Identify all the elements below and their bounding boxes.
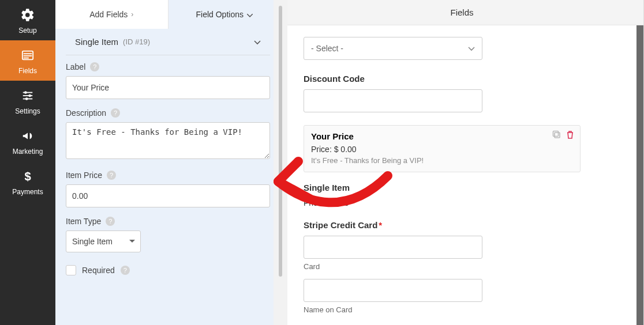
field-description: Description ? It's Free - Thanks for Bei… <box>55 101 280 164</box>
gear-icon <box>20 7 36 23</box>
label-text: Description <box>66 108 106 118</box>
preview-column: Fields - Select - Discount Code <box>280 0 643 325</box>
discount-input[interactable] <box>304 89 482 112</box>
trash-icon[interactable] <box>566 130 574 142</box>
tab-field-options[interactable]: Field Options <box>169 0 281 29</box>
chevron-down-icon <box>254 37 261 47</box>
preview-header: Fields <box>280 0 643 25</box>
duplicate-icon[interactable] <box>552 130 561 142</box>
svg-rect-12 <box>553 131 559 137</box>
scrollbar-thumb[interactable] <box>279 6 282 277</box>
sliders-icon <box>20 88 36 104</box>
required-asterisk: * <box>379 220 382 230</box>
sidebar-item-label: Settings <box>15 107 40 115</box>
label-input[interactable] <box>66 76 270 99</box>
label-text: Item Type <box>66 217 101 226</box>
sidebar-item-payments[interactable]: $ Payments <box>0 161 55 202</box>
single-item-title: Single Item <box>304 183 620 192</box>
help-icon[interactable]: ? <box>90 62 99 71</box>
tab-label: Field Options <box>196 10 244 19</box>
tab-add-fields[interactable]: Add Fields › <box>55 0 169 29</box>
preview-select[interactable]: - Select - <box>304 37 482 60</box>
sidebar-item-setup[interactable]: Setup <box>0 0 55 40</box>
stripe-name-input[interactable] <box>304 279 482 302</box>
help-icon[interactable]: ? <box>111 108 120 118</box>
preview-your-price-card[interactable]: Your Price Price: $ 0.00 It's Free - Tha… <box>304 125 581 172</box>
form-icon <box>20 47 36 63</box>
svg-point-7 <box>28 95 31 97</box>
stripe-title: Stripe Credit Card* <box>304 220 620 230</box>
item-price-input[interactable] <box>66 184 270 207</box>
stripe-name-sub: Name on Card <box>304 305 620 314</box>
card-title: Your Price <box>311 131 573 141</box>
description-input[interactable]: It's Free - Thanks for Being a VIP! <box>66 122 270 159</box>
sidebar-item-label: Fields <box>18 67 37 75</box>
stripe-card-sub: Card <box>304 262 620 271</box>
chevron-right-icon: › <box>131 10 133 18</box>
sidebar-item-fields[interactable]: Fields <box>0 40 55 81</box>
item-type-select[interactable]: Single Item <box>66 230 141 252</box>
preview-body: - Select - Discount Code <box>287 25 636 325</box>
help-icon[interactable]: ? <box>107 171 116 180</box>
label-text: Item Price <box>66 171 102 180</box>
preview-title: Fields <box>450 7 473 17</box>
sidebar-item-marketing[interactable]: Marketing <box>0 121 55 161</box>
select-placeholder: - Select - <box>311 44 343 53</box>
preview-gutter: - Select - Discount Code <box>280 25 643 325</box>
sidebar-item-label: Marketing <box>13 148 43 156</box>
scrollbar-track <box>274 0 287 325</box>
svg-point-9 <box>25 97 28 100</box>
dollar-icon: $ <box>20 168 36 184</box>
field-label: Label ? <box>55 55 280 101</box>
editor-area: Add Fields › Field Options Single Item (… <box>55 0 644 325</box>
help-icon[interactable]: ? <box>106 217 115 226</box>
card-description: It's Free - Thanks for Being a VIP! <box>311 156 573 165</box>
section-title: Single Item <box>75 37 118 47</box>
bullhorn-icon <box>20 128 36 144</box>
svg-text:$: $ <box>24 170 31 183</box>
single-item-price: Price: $ 0.00 <box>304 198 620 207</box>
options-panel: Add Fields › Field Options Single Item (… <box>55 0 280 325</box>
options-tabs: Add Fields › Field Options <box>55 0 280 29</box>
stripe-card-input[interactable] <box>304 236 482 259</box>
tab-label: Add Fields <box>89 10 128 19</box>
discount-label: Discount Code <box>304 74 620 84</box>
sidebar-item-label: Payments <box>12 188 43 196</box>
sidebar: Setup Fields Settings Marketing $ Paymen… <box>0 0 55 325</box>
field-required: Required ? <box>55 255 280 278</box>
chevron-down-icon <box>247 10 253 19</box>
field-item-price: Item Price ? <box>55 164 280 210</box>
chevron-down-icon <box>468 44 475 53</box>
help-icon[interactable]: ? <box>121 266 130 275</box>
required-checkbox[interactable] <box>66 265 76 275</box>
sidebar-item-label: Setup <box>18 27 36 35</box>
svg-point-5 <box>24 91 27 94</box>
svg-rect-11 <box>555 133 560 138</box>
section-id: (ID #19) <box>123 37 150 46</box>
field-item-type: Item Type ? Single Item <box>55 210 280 255</box>
section-header[interactable]: Single Item (ID #19) <box>66 29 270 55</box>
label-text: Label <box>66 62 85 71</box>
sidebar-item-settings[interactable]: Settings <box>0 81 55 121</box>
card-price: Price: $ 0.00 <box>311 145 573 154</box>
required-label: Required <box>82 266 115 275</box>
